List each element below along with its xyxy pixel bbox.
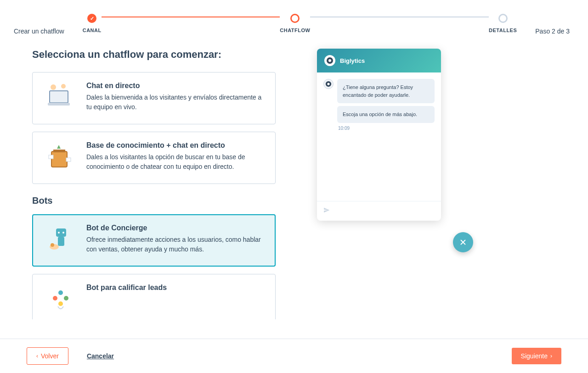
step-circle-upcoming-icon — [498, 14, 508, 23]
step-circle-current-icon — [290, 14, 300, 23]
svg-rect-6 — [49, 155, 53, 159]
step-line-2 — [310, 17, 489, 17]
chat-preview-column: Biglytics ¿Tiene alguna pregunta? Estoy … — [303, 49, 469, 319]
svg-point-17 — [64, 296, 68, 301]
card-desc: Dales la bienvenida a los visitantes y e… — [86, 93, 264, 112]
next-button-label: Siguiente — [521, 352, 548, 360]
wizard-header: Crear un chatflow ✓ CANAL CHATFLOW DETAL… — [0, 0, 588, 35]
concierge-robot-icon — [44, 224, 77, 257]
back-button-label: Volver — [41, 352, 59, 360]
chat-body: ¿Tiene alguna pregunta? Estoy encantado … — [317, 72, 441, 201]
close-icon — [459, 238, 467, 246]
svg-marker-8 — [57, 145, 61, 149]
svg-rect-9 — [56, 228, 66, 237]
step-line-1 — [102, 17, 280, 17]
svg-point-16 — [53, 296, 57, 301]
svg-point-3 — [61, 84, 66, 89]
step-detalles: DETALLES — [489, 14, 517, 33]
svg-point-2 — [51, 84, 56, 90]
svg-rect-12 — [58, 237, 64, 246]
svg-point-20 — [328, 59, 331, 62]
chat-input-area — [317, 201, 441, 221]
main-content: Selecciona un chatflow para comenzar: Ch… — [0, 35, 588, 319]
section-heading-bots: Bots — [32, 195, 276, 206]
card-content: Chat en directo Dales la bienvenida a lo… — [86, 82, 264, 112]
svg-rect-4 — [51, 151, 67, 167]
step-circle-completed-icon: ✓ — [87, 14, 96, 23]
stepper: ✓ CANAL CHATFLOW DETALLES — [83, 14, 517, 33]
card-content: Bot de Concierge Ofrece inmediatamente a… — [86, 224, 264, 254]
chat-preview-window: Biglytics ¿Tiene alguna pregunta? Estoy … — [317, 49, 441, 221]
page-heading: Selecciona un chatflow para comenzar: — [32, 49, 276, 61]
chevron-left-icon: ‹ — [36, 353, 38, 359]
step-canal: ✓ CANAL — [83, 14, 102, 33]
chat-bubble: Escoja una opción de más abajo. — [337, 106, 435, 123]
check-icon: ✓ — [90, 16, 94, 22]
step-label-detalles: DETALLES — [489, 28, 517, 33]
svg-rect-1 — [48, 103, 70, 106]
card-live-chat[interactable]: Chat en directo Dales la bienvenida a lo… — [32, 72, 276, 124]
chat-bot-avatar-icon — [323, 79, 334, 89]
card-qualify-leads-bot[interactable]: Bot para calificar leads — [32, 274, 276, 319]
next-button[interactable]: Siguiente › — [512, 348, 561, 364]
card-content: Bot para calificar leads — [86, 284, 264, 295]
chat-timestamp: 10:09 — [338, 126, 435, 131]
card-desc: Dales a los visitantes la opción de busc… — [86, 152, 264, 172]
card-title: Bot para calificar leads — [86, 284, 264, 292]
svg-rect-5 — [53, 150, 65, 152]
cancel-button-label: Cancelar — [87, 352, 114, 360]
svg-point-10 — [58, 232, 60, 234]
qualify-leads-icon — [44, 284, 77, 317]
chat-brand-avatar-icon — [324, 55, 335, 66]
options-column: Selecciona un chatflow para comenzar: Ch… — [32, 49, 276, 319]
chat-header: Biglytics — [317, 49, 441, 72]
close-chat-button[interactable] — [453, 232, 473, 252]
step-chatflow: CHATFLOW — [280, 14, 310, 33]
card-kb-chat[interactable]: Base de conocimiento + chat en directo D… — [32, 132, 276, 184]
step-label-chatflow: CHATFLOW — [280, 28, 310, 33]
card-title: Chat en directo — [86, 82, 264, 90]
laptop-chat-icon — [44, 82, 77, 115]
wizard-footer: ‹ Volver Cancelar Siguiente › — [0, 339, 588, 373]
wizard-title: Crear un chatflow — [14, 28, 64, 35]
chat-bubbles: ¿Tiene alguna pregunta? Estoy encantado … — [337, 79, 435, 131]
step-counter: Paso 2 de 3 — [535, 28, 570, 35]
card-concierge-bot[interactable]: Bot de Concierge Ofrece inmediatamente a… — [32, 214, 276, 267]
card-content: Base de conocimiento + chat en directo D… — [86, 141, 264, 172]
back-button[interactable]: ‹ Volver — [27, 347, 68, 365]
chat-brand-name: Biglytics — [340, 57, 365, 64]
svg-point-18 — [58, 301, 63, 306]
card-desc: Ofrece inmediatamente acciones a los usu… — [86, 235, 264, 254]
chevron-right-icon: › — [550, 353, 552, 359]
svg-point-22 — [327, 83, 329, 85]
cancel-button[interactable]: Cancelar — [78, 348, 123, 364]
svg-point-14 — [51, 243, 54, 247]
svg-rect-0 — [50, 91, 68, 103]
chat-message-group: ¿Tiene alguna pregunta? Estoy encantado … — [323, 79, 435, 131]
card-title: Bot de Concierge — [86, 224, 264, 232]
svg-point-11 — [62, 232, 64, 234]
svg-rect-7 — [66, 158, 71, 161]
step-label-canal: CANAL — [83, 28, 102, 33]
card-title: Base de conocimiento + chat en directo — [86, 141, 264, 150]
knowledge-base-icon — [44, 141, 77, 174]
chat-bubble: ¿Tiene alguna pregunta? Estoy encantado … — [337, 79, 435, 103]
svg-point-15 — [58, 290, 63, 295]
send-icon[interactable] — [323, 207, 330, 215]
